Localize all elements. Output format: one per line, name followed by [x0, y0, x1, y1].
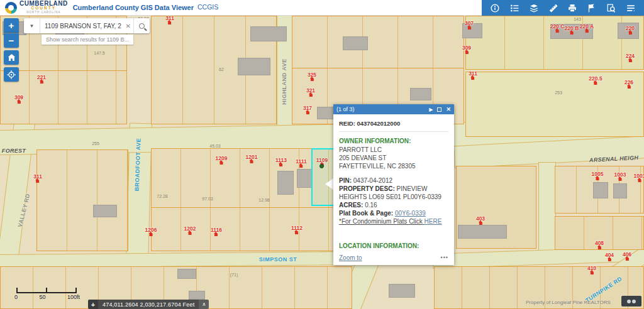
- parcel-address-label: 1001: [634, 173, 644, 182]
- zoom-in-button[interactable]: +: [4, 18, 19, 33]
- app-header: CUMBERLAND COUNTY NORTH CAROLINA Cumberl…: [0, 0, 644, 16]
- parcel-block: [36, 149, 128, 251]
- locate-icon: [7, 70, 16, 79]
- coordinate-readout: 474,011.2604 2,030,217.6704 Feet: [98, 300, 199, 309]
- home-icon: [8, 53, 16, 62]
- building-footprint: [93, 205, 117, 217]
- house-icon: [214, 234, 218, 236]
- parcel-address-label: 404: [605, 252, 614, 261]
- parcel-address-label: 1003: [614, 172, 626, 181]
- plat-link[interactable]: 00Y6-0339: [395, 210, 426, 217]
- search-attributes-icon[interactable]: [604, 1, 618, 15]
- info-icon[interactable]: [488, 1, 502, 15]
- layers-icon[interactable]: [527, 1, 541, 15]
- zoom-to-link[interactable]: Zoom to: [339, 254, 362, 261]
- zoom-out-button[interactable]: −: [4, 33, 19, 48]
- house-icon: [309, 94, 313, 97]
- coordinate-widget: + 474,011.2604 2,030,217.6704 Feet ∧: [88, 300, 209, 309]
- popup-next-icon[interactable]: ▶: [429, 107, 433, 112]
- house-icon: [295, 232, 298, 234]
- dimension-label: 253: [555, 90, 562, 95]
- house-icon: [188, 232, 191, 235]
- scale-label-0: 0: [14, 294, 18, 300]
- parcel-address-label: 311: [469, 71, 477, 80]
- scale-bar: 0 50 100ft: [16, 289, 79, 300]
- location-heading: LOCATION INFORMATION:: [339, 242, 448, 250]
- search-input[interactable]: 1109 BRANSON ST, FAY, 2 ✕: [40, 18, 133, 33]
- building-footprint: [343, 36, 368, 50]
- chevron-down-icon: ▼: [30, 23, 35, 29]
- house-icon: [149, 234, 152, 236]
- collapse-caret-icon[interactable]: ∧: [199, 300, 209, 309]
- gis-app: HIGHLAND AVEBROADFOOT AVEVALLEY RDSIMPSO…: [0, 0, 644, 309]
- county-logo-icon: [5, 2, 17, 14]
- search-tooltip: Show search results for 1109 B...: [42, 35, 133, 45]
- parcel-address-label: 220: [626, 26, 635, 35]
- measure-icon[interactable]: [547, 1, 560, 15]
- popup-close-icon[interactable]: ✕: [446, 106, 451, 112]
- house-icon: [629, 60, 632, 62]
- house-icon: [219, 162, 223, 165]
- search-source-dropdown[interactable]: ▼: [24, 18, 40, 33]
- scale-label-50: 50: [39, 294, 45, 300]
- parcel-address-label: 321: [306, 88, 315, 97]
- house-icon: [311, 79, 314, 81]
- locate-button[interactable]: [4, 67, 19, 82]
- acres-label: ACRES:: [339, 202, 363, 209]
- draw-icon[interactable]: [585, 1, 599, 15]
- popup-more-icon[interactable]: •••: [441, 254, 448, 261]
- pin-value: 0437-04-2012: [353, 177, 392, 184]
- popup-body: REID: 0437042012000 OWNER INFORMATION: P…: [333, 114, 454, 252]
- parcel-address-label: 220 B: [565, 26, 579, 35]
- parcel-address-label: 325: [308, 72, 316, 81]
- parcel-address-label: 410: [587, 266, 596, 274]
- ccgis-link[interactable]: CCGIS: [197, 3, 218, 11]
- condo-here-link[interactable]: HERE: [425, 218, 442, 225]
- parcel-address-label: 309: [14, 95, 23, 104]
- home-button[interactable]: [4, 50, 19, 65]
- clear-search-icon[interactable]: ✕: [126, 23, 131, 30]
- reid-label: REID:: [339, 120, 355, 127]
- house-icon: [608, 259, 611, 261]
- building-footprint: [189, 291, 205, 300]
- search-button[interactable]: [133, 18, 150, 33]
- parcel-address-label: 221: [37, 75, 46, 84]
- parcel-address-label: 311: [33, 174, 42, 183]
- legend-icon[interactable]: [508, 1, 521, 15]
- parcel-line: [292, 68, 464, 68]
- scale-label-100: 100ft: [67, 294, 80, 300]
- parcel-address-label: 224: [626, 53, 635, 62]
- building-footprint: [297, 169, 312, 188]
- parcel-address-label: 1005: [592, 171, 604, 180]
- parcel-address-label: 1201: [246, 154, 258, 163]
- acres-value: 0.16: [365, 202, 377, 209]
- reid-value: 0437042012000: [357, 120, 401, 127]
- house-icon: [36, 180, 40, 183]
- house-icon: [465, 52, 469, 54]
- parcel-address-label: 307: [465, 21, 474, 30]
- dimension-label: 147.5: [94, 51, 105, 55]
- parcel-address-label: 220 A: [580, 24, 594, 33]
- map-canvas[interactable]: HIGHLAND AVEBROADFOOT AVEVALLEY RDSIMPSO…: [0, 0, 644, 309]
- house-icon: [618, 178, 621, 181]
- house-icon: [279, 164, 282, 166]
- dimension-label: 72.28: [157, 194, 168, 198]
- house-icon: [299, 165, 303, 168]
- house-icon: [591, 272, 594, 274]
- crosshair-icon[interactable]: +: [88, 300, 98, 309]
- house-icon: [628, 86, 631, 89]
- logo-line2: COUNTY: [19, 6, 68, 10]
- building-footprint: [458, 225, 507, 239]
- popup-maximize-icon[interactable]: [437, 107, 441, 112]
- menu-icon[interactable]: [624, 1, 638, 15]
- house-icon: [479, 222, 482, 225]
- popup-pager: (1 of 3): [336, 106, 429, 112]
- parcel-address-label: 1112: [291, 225, 303, 234]
- street-label: FOREST: [2, 148, 26, 154]
- building-footprint: [177, 269, 196, 279]
- parcel-address-label: 1116: [211, 227, 222, 236]
- print-icon[interactable]: [565, 1, 579, 15]
- feature-popup: (1 of 3) ▶ ✕ REID: 0437042012000 OWNER I…: [333, 104, 454, 265]
- parcel-address-label: 309: [462, 45, 471, 54]
- parcel-address-label: 403: [476, 216, 485, 225]
